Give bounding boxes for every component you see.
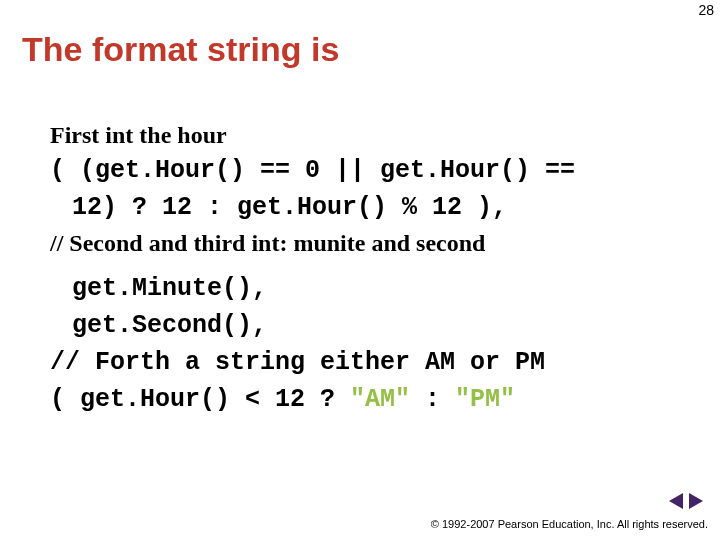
copyright-footer: © 1992-2007 Pearson Education, Inc. All … — [431, 518, 708, 530]
svg-marker-1 — [689, 493, 703, 509]
code-line-1a: ( (get.Hour() == 0 || get.Hour() == — [50, 155, 670, 186]
slide-nav — [666, 492, 706, 510]
next-slide-button[interactable] — [686, 492, 706, 510]
code-line-4: ( get.Hour() < 12 ? "AM" : "PM" — [50, 384, 670, 415]
code-line-2a: get.Minute(), — [50, 273, 670, 304]
text-line-2: // Second and third int: munite and seco… — [50, 230, 670, 257]
slide: 28 The format string is First int the ho… — [0, 0, 720, 540]
code-line-2b: get.Second(), — [50, 310, 670, 341]
code-line-4-pre: ( get.Hour() < 12 ? — [50, 385, 350, 414]
svg-marker-0 — [669, 493, 683, 509]
slide-title: The format string is — [22, 30, 339, 69]
string-literal-pm: "PM" — [455, 385, 515, 414]
code-line-4-mid: : — [410, 385, 455, 414]
text-line-1: First int the hour — [50, 122, 670, 149]
string-literal-am: "AM" — [350, 385, 410, 414]
page-number: 28 — [698, 2, 714, 18]
prev-slide-button[interactable] — [666, 492, 686, 510]
slide-body: First int the hour ( (get.Hour() == 0 ||… — [50, 118, 670, 422]
code-line-1b: 12) ? 12 : get.Hour() % 12 ), — [50, 192, 670, 223]
code-line-3: // Forth a string either AM or PM — [50, 347, 670, 378]
